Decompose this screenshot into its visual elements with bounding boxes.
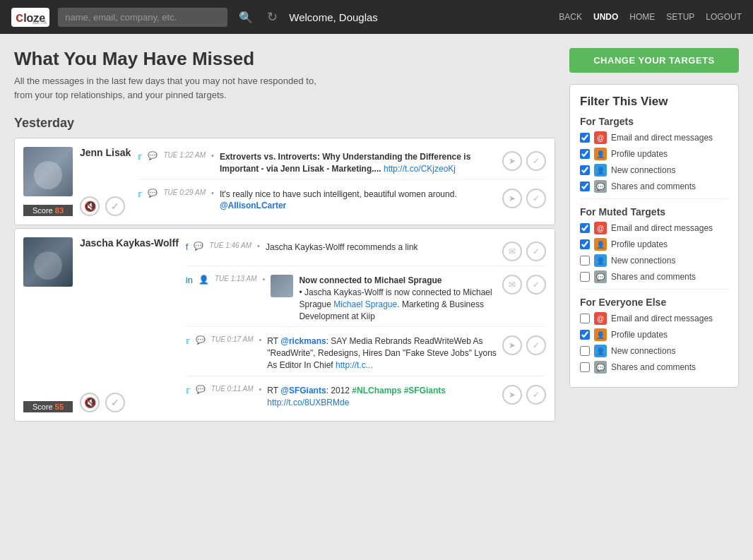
filter-label: New connections <box>611 165 675 175</box>
twitter-icon: 𝕣 <box>186 335 190 346</box>
message-item-rt1: 𝕣 💬 TUE 0:17 AM • RT @rickmans: SAY Medi… <box>186 331 546 376</box>
mute-button-jascha[interactable]: 🔇 <box>80 393 100 412</box>
msg-time: TUE 1:22 AM <box>163 151 206 159</box>
checkbox-everyone-connections[interactable] <box>580 346 590 356</box>
check-button[interactable]: ✓ <box>526 275 546 294</box>
check-button[interactable]: ✓ <box>526 385 546 405</box>
reply-button[interactable]: ➤ <box>502 385 522 405</box>
message-item: 𝕣 💬 TUE 0:29 AM • It's really nice to ha… <box>138 184 546 217</box>
reply-button[interactable]: ➤ <box>502 151 522 171</box>
contact-row-jenn: Score 83 Jenn Lisak 🔇 ✓ 𝕣 💬 <box>15 138 555 225</box>
chat-icon: 💬 <box>196 385 206 394</box>
filter-panel: Filter This View For Targets @ Email and… <box>569 84 739 388</box>
divider <box>580 198 728 199</box>
back-link[interactable]: BACK <box>559 12 582 22</box>
change-targets-button[interactable]: CHANGE YOUR TARGETS <box>569 48 739 73</box>
avatar-wrap-jascha: Score 55 <box>23 237 73 412</box>
logo: cloze BETA <box>11 8 49 27</box>
filter-label: Profile updates <box>611 149 668 159</box>
checkbox-muted-email[interactable] <box>580 223 590 233</box>
chat-icon: 💬 <box>194 242 203 251</box>
msg-link[interactable]: http://t.c... <box>336 360 373 370</box>
checkbox-targets-shares[interactable] <box>580 181 590 191</box>
message-item-rt2: 𝕣 💬 TUE 0:11 AM • RT @SFGiants: 2012 #NL… <box>186 381 546 413</box>
twitter-icon: 𝕣 <box>138 151 142 162</box>
beta-label: BETA <box>32 19 47 25</box>
check-button[interactable]: ✓ <box>526 242 546 261</box>
checkbox-targets-connections[interactable] <box>580 165 590 175</box>
done-button-jascha[interactable]: ✓ <box>105 393 125 412</box>
filter-item: @ Email and direct messages <box>580 222 728 234</box>
filter-label: Shares and comments <box>611 181 696 191</box>
filter-item: 👤 New connections <box>580 164 728 177</box>
checkbox-muted-shares[interactable] <box>580 272 590 282</box>
check-button[interactable]: ✓ <box>526 151 546 171</box>
contact-card-jascha: Score 55 Jascha Kaykas-Wolff 🔇 ✓ f <box>14 228 555 422</box>
messages-jascha: f 💬 TUE 1:46 AM • Jascha Kaykas-Wolff re… <box>186 237 546 412</box>
filter-label: Email and direct messages <box>611 314 713 323</box>
search-button[interactable]: 🔍 <box>236 8 256 27</box>
contact-name-jenn: Jenn Lisak <box>80 147 131 158</box>
contact-row-jascha: Score 55 Jascha Kaykas-Wolff 🔇 ✓ f <box>15 229 555 421</box>
avatar-jenn <box>23 147 73 196</box>
contact-info-jascha: Jascha Kaykas-Wolff 🔇 ✓ <box>80 237 179 412</box>
filter-item: 👤 New connections <box>580 345 728 357</box>
filter-item: 💬 Shares and comments <box>580 361 728 374</box>
profile-icon: 👤 <box>594 148 607 160</box>
msg-actions: ➤ ✓ <box>502 385 546 405</box>
checkbox-everyone-profile[interactable] <box>580 330 590 340</box>
left-column: What You May Have Missed All the message… <box>14 48 555 424</box>
filter-item: 👤 Profile updates <box>580 328 728 341</box>
filter-label: Email and direct messages <box>611 223 713 233</box>
email-button[interactable]: ✉ <box>502 275 522 294</box>
checkbox-everyone-email[interactable] <box>580 314 590 323</box>
checkbox-targets-email[interactable] <box>580 133 590 143</box>
checkbox-targets-profile[interactable] <box>580 149 590 159</box>
logout-link[interactable]: LOGOUT <box>706 12 742 22</box>
setup-link[interactable]: SETUP <box>666 12 694 22</box>
share-icon: 💬 <box>594 270 607 283</box>
done-button-jenn[interactable]: ✓ <box>105 196 125 216</box>
checkbox-muted-profile[interactable] <box>580 239 590 249</box>
checkbox-everyone-shares[interactable] <box>580 362 590 372</box>
contact-actions-jascha: 🔇 ✓ <box>80 393 179 412</box>
filter-label: Shares and comments <box>611 272 696 282</box>
chat-icon: 💬 <box>148 151 158 160</box>
msg-actions: ✉ ✓ <box>502 242 546 261</box>
section-yesterday-heading: Yesterday <box>14 116 555 131</box>
email-icon: @ <box>594 222 607 234</box>
message-item-linkedin: in 👤 TUE 1:13 AM • Now connected to Mich… <box>186 270 546 327</box>
email-icon: @ <box>594 131 607 144</box>
mute-button-jenn[interactable]: 🔇 <box>80 196 100 216</box>
email-button[interactable]: ✉ <box>502 242 522 261</box>
reply-button[interactable]: ➤ <box>502 189 522 208</box>
score-value-jascha: 55 <box>55 403 64 411</box>
filter-item: 👤 New connections <box>580 254 728 267</box>
contact-name-jascha: Jascha Kaykas-Wolff <box>80 237 179 249</box>
main-content: What You May Have Missed All the message… <box>0 34 753 439</box>
filter-item: 💬 Shares and comments <box>580 270 728 283</box>
refresh-icon[interactable]: ↻ <box>267 9 278 25</box>
reply-button[interactable]: ➤ <box>502 335 522 355</box>
msg-time: TUE 0:17 AM <box>211 335 254 343</box>
home-link[interactable]: HOME <box>629 12 655 22</box>
search-input[interactable] <box>58 8 227 27</box>
contact-actions-jenn: 🔇 ✓ <box>80 196 131 216</box>
filter-label: New connections <box>611 256 675 266</box>
chat-icon: 💬 <box>148 189 158 198</box>
msg-link[interactable]: Michael Sprague <box>333 299 397 309</box>
share-icon: 💬 <box>594 180 607 193</box>
msg-link[interactable]: http://t.co/CKjzeoKj <box>384 164 456 174</box>
filter-label: New connections <box>611 346 675 356</box>
msg-time: TUE 1:13 AM <box>215 275 257 282</box>
check-button[interactable]: ✓ <box>526 335 546 355</box>
filter-item: 👤 Profile updates <box>580 238 728 251</box>
nav-links: BACK UNDO HOME SETUP LOGOUT <box>559 12 742 22</box>
connection-icon: 👤 <box>594 254 607 267</box>
check-button[interactable]: ✓ <box>526 189 546 208</box>
msg-link[interactable]: http://t.co/8UXBRMde <box>267 398 349 407</box>
checkbox-muted-connections[interactable] <box>580 256 590 266</box>
undo-link[interactable]: UNDO <box>593 12 618 22</box>
linkedin-icon: in <box>186 275 193 285</box>
filter-label: Profile updates <box>611 239 668 249</box>
